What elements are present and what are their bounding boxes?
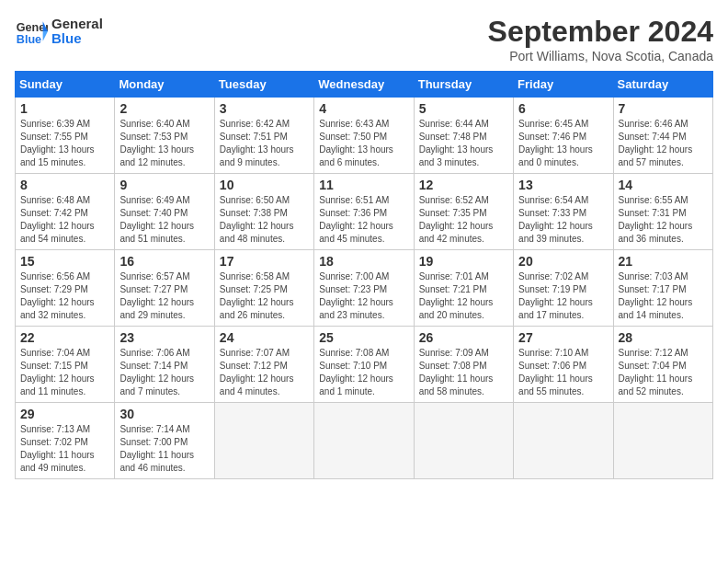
day-number: 10	[220, 178, 309, 192]
day-info: Sunrise: 7:14 AMSunset: 7:00 PMDaylight:…	[119, 423, 209, 475]
day-number: 17	[220, 254, 309, 269]
svg-text:Blue: Blue	[17, 33, 41, 46]
month-title: September 2024	[488, 15, 713, 49]
day-number: 22	[20, 330, 109, 345]
table-row: 8 Sunrise: 6:48 AMSunset: 7:42 PMDayligh…	[16, 174, 115, 250]
day-info: Sunrise: 7:13 AMSunset: 7:02 PMDaylight:…	[20, 423, 109, 475]
col-thursday: Thursday	[414, 72, 513, 98]
logo-icon: General Blue	[15, 15, 48, 48]
day-number: 8	[20, 178, 109, 192]
col-sunday: Sunday	[16, 72, 115, 98]
table-row: 22 Sunrise: 7:04 AMSunset: 7:15 PMDaylig…	[16, 327, 115, 403]
calendar-table: Sunday Monday Tuesday Wednesday Thursday…	[15, 71, 713, 479]
day-info: Sunrise: 7:09 AMSunset: 7:08 PMDaylight:…	[419, 347, 508, 398]
day-number: 9	[119, 178, 209, 192]
table-row: 2 Sunrise: 6:40 AMSunset: 7:53 PMDayligh…	[115, 98, 214, 174]
calendar-week-row: 15 Sunrise: 6:56 AMSunset: 7:29 PMDaylig…	[16, 250, 713, 327]
col-friday: Friday	[514, 72, 613, 98]
col-saturday: Saturday	[613, 72, 712, 98]
table-row: 25 Sunrise: 7:08 AMSunset: 7:10 PMDaylig…	[314, 327, 414, 403]
table-row: 28 Sunrise: 7:12 AMSunset: 7:04 PMDaylig…	[613, 327, 712, 403]
col-monday: Monday	[115, 72, 214, 98]
table-row	[613, 403, 712, 479]
day-number: 2	[119, 101, 209, 116]
day-number: 28	[619, 330, 708, 345]
day-info: Sunrise: 6:42 AMSunset: 7:51 PMDaylight:…	[220, 118, 309, 169]
day-info: Sunrise: 6:49 AMSunset: 7:40 PMDaylight:…	[119, 194, 209, 246]
day-number: 1	[20, 101, 109, 116]
day-info: Sunrise: 6:56 AMSunset: 7:29 PMDaylight:…	[20, 270, 109, 322]
day-number: 26	[419, 330, 508, 345]
table-row: 29 Sunrise: 7:13 AMSunset: 7:02 PMDaylig…	[16, 403, 115, 479]
calendar-week-row: 22 Sunrise: 7:04 AMSunset: 7:15 PMDaylig…	[16, 327, 713, 403]
day-info: Sunrise: 7:06 AMSunset: 7:14 PMDaylight:…	[119, 347, 209, 398]
day-info: Sunrise: 7:02 AMSunset: 7:19 PMDaylight:…	[518, 270, 608, 322]
day-info: Sunrise: 6:48 AMSunset: 7:42 PMDaylight:…	[20, 194, 109, 246]
day-info: Sunrise: 6:54 AMSunset: 7:33 PMDaylight:…	[518, 194, 608, 246]
table-row: 3 Sunrise: 6:42 AMSunset: 7:51 PMDayligh…	[214, 98, 313, 174]
day-number: 27	[518, 330, 608, 345]
day-info: Sunrise: 7:01 AMSunset: 7:21 PMDaylight:…	[419, 270, 508, 322]
day-number: 29	[20, 407, 109, 421]
day-number: 4	[319, 101, 408, 116]
day-number: 12	[419, 178, 508, 192]
table-row: 14 Sunrise: 6:55 AMSunset: 7:31 PMDaylig…	[613, 174, 712, 250]
day-info: Sunrise: 6:52 AMSunset: 7:35 PMDaylight:…	[419, 194, 508, 246]
logo-text-blue: Blue	[51, 31, 103, 47]
day-number: 3	[220, 101, 309, 116]
col-wednesday: Wednesday	[314, 72, 414, 98]
table-row	[414, 403, 513, 479]
svg-marker-3	[43, 31, 48, 41]
day-number: 30	[119, 407, 209, 421]
logo-text-general: General	[51, 17, 103, 32]
day-info: Sunrise: 7:07 AMSunset: 7:12 PMDaylight:…	[220, 347, 309, 398]
day-number: 6	[518, 101, 608, 116]
table-row: 30 Sunrise: 7:14 AMSunset: 7:00 PMDaylig…	[115, 403, 214, 479]
day-number: 18	[319, 254, 408, 269]
day-info: Sunrise: 6:57 AMSunset: 7:27 PMDaylight:…	[119, 270, 209, 322]
day-number: 7	[619, 101, 708, 116]
table-row: 21 Sunrise: 7:03 AMSunset: 7:17 PMDaylig…	[613, 250, 712, 327]
day-number: 13	[518, 178, 608, 192]
day-info: Sunrise: 6:44 AMSunset: 7:48 PMDaylight:…	[419, 118, 508, 169]
table-row: 6 Sunrise: 6:45 AMSunset: 7:46 PMDayligh…	[514, 98, 613, 174]
day-info: Sunrise: 6:50 AMSunset: 7:38 PMDaylight:…	[220, 194, 309, 246]
day-number: 24	[220, 330, 309, 345]
day-number: 20	[518, 254, 608, 269]
table-row	[314, 403, 414, 479]
table-row: 17 Sunrise: 6:58 AMSunset: 7:25 PMDaylig…	[214, 250, 313, 327]
table-row: 16 Sunrise: 6:57 AMSunset: 7:27 PMDaylig…	[115, 250, 214, 327]
day-info: Sunrise: 7:00 AMSunset: 7:23 PMDaylight:…	[319, 270, 408, 322]
table-row: 11 Sunrise: 6:51 AMSunset: 7:36 PMDaylig…	[314, 174, 414, 250]
day-info: Sunrise: 7:04 AMSunset: 7:15 PMDaylight:…	[20, 347, 109, 398]
table-row: 7 Sunrise: 6:46 AMSunset: 7:44 PMDayligh…	[613, 98, 712, 174]
day-info: Sunrise: 6:39 AMSunset: 7:55 PMDaylight:…	[20, 118, 109, 169]
day-info: Sunrise: 6:40 AMSunset: 7:53 PMDaylight:…	[119, 118, 209, 169]
day-number: 19	[419, 254, 508, 269]
table-row: 19 Sunrise: 7:01 AMSunset: 7:21 PMDaylig…	[414, 250, 513, 327]
header-row: Sunday Monday Tuesday Wednesday Thursday…	[16, 72, 713, 98]
table-row: 23 Sunrise: 7:06 AMSunset: 7:14 PMDaylig…	[115, 327, 214, 403]
col-tuesday: Tuesday	[214, 72, 313, 98]
day-info: Sunrise: 7:12 AMSunset: 7:04 PMDaylight:…	[619, 347, 708, 398]
day-number: 5	[419, 101, 508, 116]
day-number: 15	[20, 254, 109, 269]
day-info: Sunrise: 7:08 AMSunset: 7:10 PMDaylight:…	[319, 347, 408, 398]
day-number: 14	[619, 178, 708, 192]
table-row: 27 Sunrise: 7:10 AMSunset: 7:06 PMDaylig…	[514, 327, 613, 403]
table-row: 9 Sunrise: 6:49 AMSunset: 7:40 PMDayligh…	[115, 174, 214, 250]
day-info: Sunrise: 6:58 AMSunset: 7:25 PMDaylight:…	[220, 270, 309, 322]
day-number: 25	[319, 330, 408, 345]
day-info: Sunrise: 6:45 AMSunset: 7:46 PMDaylight:…	[518, 118, 608, 169]
logo: General Blue General Blue	[15, 15, 103, 48]
day-info: Sunrise: 6:43 AMSunset: 7:50 PMDaylight:…	[319, 118, 408, 169]
day-info: Sunrise: 6:55 AMSunset: 7:31 PMDaylight:…	[619, 194, 708, 246]
table-row: 15 Sunrise: 6:56 AMSunset: 7:29 PMDaylig…	[16, 250, 115, 327]
table-row: 5 Sunrise: 6:44 AMSunset: 7:48 PMDayligh…	[414, 98, 513, 174]
table-row: 24 Sunrise: 7:07 AMSunset: 7:12 PMDaylig…	[214, 327, 313, 403]
day-number: 11	[319, 178, 408, 192]
table-row: 1 Sunrise: 6:39 AMSunset: 7:55 PMDayligh…	[16, 98, 115, 174]
day-info: Sunrise: 6:51 AMSunset: 7:36 PMDaylight:…	[319, 194, 408, 246]
table-row: 4 Sunrise: 6:43 AMSunset: 7:50 PMDayligh…	[314, 98, 414, 174]
day-number: 16	[119, 254, 209, 269]
